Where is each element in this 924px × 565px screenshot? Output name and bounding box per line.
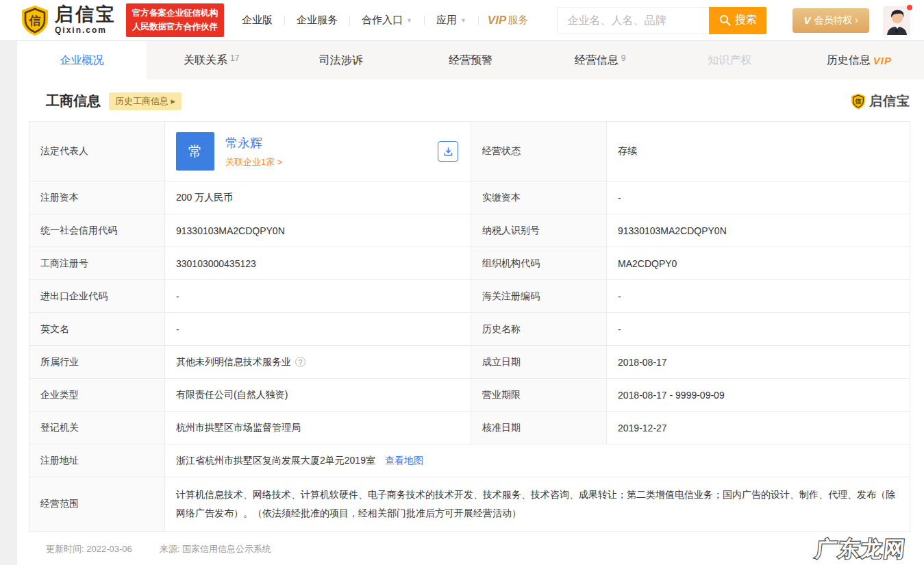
- business-info-panel: 工商信息 历史工商信息 ▸ 信 启信宝 法定代表人 常 常永: [17, 79, 924, 565]
- field-value: 200 万人民币: [165, 181, 471, 214]
- user-avatar[interactable]: [883, 6, 910, 35]
- official-credential-badge: 官方备案企业征信机构 人民数据官方合作伙伴: [126, 3, 224, 37]
- data-source: 来源: 国家信用信息公示系统: [160, 543, 271, 555]
- field-label: 组织机构代码: [471, 247, 607, 280]
- tab-intellectual-property[interactable]: 知识产权: [665, 41, 795, 79]
- nav-apps[interactable]: 应用▼: [434, 14, 469, 27]
- field-label: 经营范围: [29, 477, 165, 531]
- field-label: 统一社会信用代码: [29, 214, 165, 247]
- nav-divider: [478, 16, 479, 25]
- view-map-link[interactable]: 查看地图: [385, 455, 423, 467]
- field-value: -: [165, 313, 471, 346]
- field-label: 营业期限: [471, 379, 607, 412]
- nav-enterprise-services[interactable]: 企业服务: [294, 14, 340, 27]
- corner-logo-text: 启信宝: [869, 92, 910, 110]
- download-button[interactable]: [438, 141, 458, 162]
- member-privileges-button[interactable]: V 会员特权 ›: [792, 8, 869, 33]
- header-search: 搜索: [557, 7, 766, 34]
- field-value: 杭州市拱墅区市场监督管理局: [165, 412, 471, 444]
- nav-divider: [349, 16, 350, 25]
- update-time: 更新时间: 2022-03-06: [46, 543, 132, 555]
- field-label: 法定代表人: [29, 122, 165, 181]
- svg-text:信: 信: [855, 98, 862, 105]
- search-button[interactable]: 搜索: [709, 7, 766, 34]
- badge-line2: 人民数据官方合作伙伴: [132, 21, 218, 34]
- tab-operation-info[interactable]: 经营信息9: [536, 41, 665, 79]
- field-value: -: [607, 280, 910, 313]
- vip-label: VIP: [488, 14, 506, 27]
- history-business-info-link[interactable]: 历史工商信息 ▸: [109, 92, 182, 110]
- page-gutter: [0, 41, 17, 565]
- shield-logo-icon: 信: [21, 5, 49, 36]
- field-label: 工商注册号: [29, 247, 165, 280]
- chevron-down-icon: ▼: [406, 17, 412, 24]
- field-label: 经营状态: [471, 122, 607, 181]
- field-value: 91330103MA2CDQPY0N: [165, 214, 471, 247]
- nav-vip-services[interactable]: VIP 服务: [488, 14, 528, 27]
- vip-check-icon: V: [803, 14, 810, 26]
- field-value: 2018-08-17 - 9999-09-09: [607, 379, 910, 412]
- tab-operation-warning[interactable]: 经营预警: [405, 41, 535, 79]
- vip-badge: VIP: [873, 55, 892, 66]
- site-watermark: 广东龙网: [814, 535, 908, 564]
- field-label: 企业类型: [29, 379, 165, 412]
- brand-name: 启信宝: [55, 5, 116, 24]
- field-label: 纳税人识别号: [471, 214, 607, 247]
- field-label: 进出口企业代码: [29, 280, 165, 313]
- qixin-watermark-logo: 信 启信宝: [851, 92, 910, 110]
- legal-rep-name-link[interactable]: 常永辉: [225, 135, 282, 151]
- nav-divider: [284, 16, 285, 25]
- field-value: 有限责任公司(自然人独资): [165, 379, 471, 412]
- main-nav: 企业版 企业服务 合作入口▼ 应用▼ VIP 服务: [239, 14, 528, 27]
- badge-line1: 官方备案企业征信机构: [132, 7, 218, 20]
- download-icon: [443, 147, 453, 157]
- field-value: 其他未列明信息技术服务业 ?: [165, 346, 471, 379]
- company-tabs: 企业概况 关联关系17 司法涉诉 经营预警 经营信息9 知识产权 历史信息VIP: [17, 41, 924, 79]
- field-value: MA2CDQPY0: [607, 247, 910, 280]
- business-info-table: 法定代表人 常 常永辉 关联企业1家 > 经营状态 存续: [29, 121, 910, 532]
- notification-dot: [907, 5, 912, 10]
- search-input[interactable]: [557, 7, 709, 34]
- business-scope-cell: 计算机信息技术、网络技术、计算机软硬件、电子商务技术的技术开发、技术服务、技术咨…: [165, 477, 910, 531]
- chevron-down-icon: ▼: [460, 17, 466, 24]
- tab-company-overview[interactable]: 企业概况: [17, 41, 147, 79]
- field-value: 2019-12-27: [607, 412, 910, 444]
- help-icon[interactable]: ?: [295, 357, 305, 367]
- tab-count: 9: [621, 53, 626, 63]
- related-companies-link[interactable]: 关联企业1家 >: [225, 156, 282, 168]
- shield-char: 信: [29, 14, 41, 27]
- avatar-image: [883, 6, 910, 35]
- field-label: 历史名称: [471, 313, 607, 346]
- field-label: 注册资本: [29, 181, 165, 214]
- brand-domain: Qixin.com: [55, 25, 116, 35]
- qixin-logo[interactable]: 信 启信宝 Qixin.com: [21, 5, 116, 36]
- field-label: 注册地址: [29, 444, 165, 477]
- field-label: 所属行业: [29, 346, 165, 379]
- field-label: 核准日期: [471, 412, 607, 444]
- field-value: 91330103MA2CDQPY0N: [607, 214, 910, 247]
- legal-rep-cell: 常 常永辉 关联企业1家 >: [165, 122, 471, 181]
- field-label: 登记机关: [29, 412, 165, 444]
- field-value: -: [607, 181, 910, 214]
- field-label: 成立日期: [471, 346, 607, 379]
- shield-logo-icon: 信: [851, 93, 866, 110]
- tab-count: 17: [230, 53, 239, 63]
- field-value: 330103000435123: [165, 247, 471, 280]
- section-title: 工商信息: [46, 92, 101, 110]
- field-value: -: [165, 280, 471, 313]
- field-value: -: [607, 313, 910, 346]
- field-label: 英文名: [29, 313, 165, 346]
- field-value: 2018-08-17: [607, 346, 910, 379]
- top-header: 信 启信宝 Qixin.com 官方备案企业征信机构 人民数据官方合作伙伴 企业…: [0, 0, 924, 41]
- table-footer-meta: 更新时间: 2022-03-06 来源: 国家信用信息公示系统: [46, 543, 910, 555]
- field-label: 海关注册编码: [471, 280, 607, 313]
- tab-relationships[interactable]: 关联关系17: [147, 41, 276, 79]
- tab-judicial-litigation[interactable]: 司法涉诉: [276, 41, 405, 79]
- nav-cooperation[interactable]: 合作入口▼: [359, 14, 415, 27]
- field-label: 实缴资本: [471, 181, 607, 214]
- nav-enterprise-edition[interactable]: 企业版: [239, 14, 275, 27]
- tab-history-info[interactable]: 历史信息VIP: [795, 41, 924, 79]
- legal-rep-avatar[interactable]: 常: [176, 132, 214, 171]
- registered-address-cell: 浙江省杭州市拱墅区复尚发展大厦2单元2019室 查看地图: [165, 444, 910, 477]
- nav-divider: [424, 16, 425, 25]
